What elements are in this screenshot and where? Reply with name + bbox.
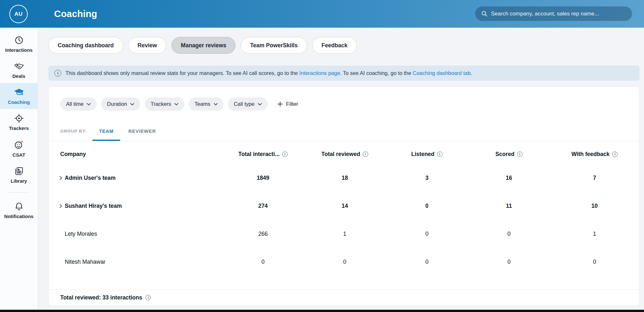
table-header: Company Total interacti...i Total review… — [49, 151, 639, 158]
tab-team-powerskills[interactable]: Team PowerSkills — [241, 37, 307, 54]
group-by-tab-reviewer[interactable]: REVIEWER — [122, 129, 162, 141]
group-by-tab-team[interactable]: TEAM — [92, 129, 120, 141]
sidebar-item-trackers[interactable]: Trackers — [0, 109, 38, 135]
interactions-page-link[interactable]: Interactions page — [299, 70, 340, 76]
search-icon — [481, 11, 487, 17]
table-row[interactable]: Admin User's team 1849 18 3 16 7 — [49, 164, 639, 192]
column-label: Scored — [495, 151, 514, 158]
chevron-down-icon — [214, 103, 218, 106]
coaching-dashboard-tab-link[interactable]: Coaching dashboard tab — [413, 70, 471, 76]
sidebar-item-csat[interactable]: CSAT — [0, 135, 38, 162]
sidebar-item-deals[interactable]: Deals — [0, 57, 38, 83]
cell-total-interactions: 274 — [222, 203, 304, 209]
cell-scored: 0 — [468, 259, 550, 265]
info-icon[interactable]: i — [363, 151, 368, 157]
filter-duration[interactable]: Duration — [101, 97, 140, 111]
avatar[interactable]: AU — [9, 5, 28, 23]
clock-icon — [14, 35, 24, 45]
company-cell: Lety Morales — [49, 231, 222, 237]
cell-total-interactions: 266 — [222, 231, 304, 237]
column-label: Listened — [411, 151, 435, 158]
add-filter-label: Filter — [286, 101, 298, 107]
row-name: Admin User's team — [65, 175, 116, 181]
column-header-company: Company — [49, 151, 222, 158]
banner-text-1: This dashboard shows only manual review … — [65, 70, 299, 76]
chevron-right-icon[interactable] — [58, 176, 63, 180]
column-label: Total reviewed — [322, 151, 360, 158]
column-header-with-feedback: With feedbacki — [550, 151, 639, 158]
filter-label: Trackers — [150, 101, 171, 107]
chevron-slot — [58, 231, 64, 237]
add-filter-button[interactable]: Filter — [277, 101, 298, 107]
top-header-bar: AU Coaching — [0, 0, 644, 28]
sidebar-item-library[interactable]: Library — [0, 162, 38, 188]
column-label: With feedback — [572, 151, 610, 158]
info-icon[interactable]: i — [437, 151, 443, 157]
tab-feedback[interactable]: Feedback — [312, 37, 357, 54]
company-cell: Nitesh Mahawar — [49, 259, 222, 265]
chevron-down-icon — [130, 103, 134, 106]
row-name: Sushant Hiray's team — [65, 203, 122, 209]
cell-total-reviewed: 18 — [304, 175, 386, 181]
page-title: Coaching — [54, 0, 97, 28]
cell-total-interactions: 0 — [222, 259, 304, 265]
filter-label: Call type — [234, 101, 255, 107]
graduation-cap-icon — [14, 87, 24, 97]
global-search[interactable] — [475, 6, 632, 21]
coaching-tabs: Coaching dashboard Review Manager review… — [48, 37, 639, 54]
column-header-total-reviewed: Total reviewedi — [304, 151, 386, 158]
column-label: Company — [60, 151, 86, 158]
tab-manager-reviews[interactable]: Manager reviews — [171, 37, 235, 54]
table-row: Lety Morales 266 1 0 0 1 — [49, 220, 639, 248]
banner-text-2: . To see AI coaching, go to the — [340, 70, 413, 76]
window-bottom-edge — [0, 310, 644, 312]
cell-listened: 0 — [386, 203, 468, 209]
column-header-scored: Scoredi — [468, 151, 550, 158]
company-cell: Sushant Hiray's team — [49, 203, 222, 209]
cell-listened: 0 — [386, 231, 468, 237]
search-input[interactable] — [491, 11, 626, 17]
column-header-listened: Listenedi — [386, 151, 468, 158]
smiley-sparkle-icon — [14, 140, 24, 150]
info-icon[interactable]: i — [612, 151, 618, 157]
chevron-down-icon — [87, 103, 91, 106]
cell-with-feedback: 1 — [550, 231, 639, 237]
total-reviewed-summary: Total reviewed: 33 interactions — [60, 294, 142, 301]
sidebar-item-notifications[interactable]: Notifications — [0, 197, 38, 223]
target-icon — [14, 114, 24, 123]
filter-label: Teams — [195, 101, 210, 107]
sidebar-item-interactions[interactable]: Interactions — [0, 31, 38, 57]
tab-review[interactable]: Review — [128, 37, 166, 54]
sidebar-item-label: Notifications — [4, 214, 34, 219]
chevron-slot — [58, 259, 64, 265]
library-icon — [14, 166, 24, 176]
column-header-total-interactions: Total interacti...i — [222, 151, 304, 158]
filter-teams[interactable]: Teams — [189, 97, 224, 111]
chevron-slot — [58, 175, 64, 181]
table-row[interactable]: Sushant Hiray's team 274 14 0 11 10 — [49, 192, 639, 220]
info-icon[interactable]: i — [517, 151, 523, 157]
table-row: Nitesh Mahawar 0 0 0 0 0 — [49, 248, 639, 276]
chevron-slot — [58, 203, 64, 209]
manager-reviews-card: All time Duration Trackers Teams Call ty… — [48, 87, 639, 306]
tab-coaching-dashboard[interactable]: Coaching dashboard — [48, 37, 123, 54]
chevron-down-icon — [258, 103, 262, 106]
coaching-app: AU Coaching Interactions Deals — [0, 0, 644, 312]
chevron-down-icon — [174, 103, 178, 106]
sidebar-item-coaching[interactable]: Coaching — [0, 83, 38, 109]
info-icon[interactable]: i — [145, 295, 151, 300]
info-icon[interactable]: i — [282, 151, 288, 157]
sidebar-divider — [9, 192, 29, 193]
chevron-right-icon[interactable] — [58, 204, 63, 208]
info-banner: i This dashboard shows only manual revie… — [48, 66, 639, 81]
row-name: Lety Morales — [65, 231, 97, 237]
cell-total-interactions: 1849 — [222, 175, 304, 181]
sidebar-item-label: Library — [11, 178, 27, 184]
sidebar-item-label: CSAT — [13, 152, 25, 158]
group-by-label: GROUP BY: — [60, 129, 87, 141]
banner-text-3: . — [471, 70, 472, 76]
filter-call-type[interactable]: Call type — [228, 97, 268, 111]
filter-all-time[interactable]: All time — [60, 97, 97, 111]
cell-total-reviewed: 0 — [304, 259, 386, 265]
filter-trackers[interactable]: Trackers — [145, 97, 184, 111]
